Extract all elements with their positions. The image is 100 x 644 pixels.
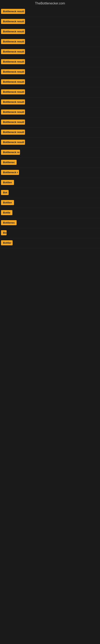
bottleneck-result-badge[interactable]: Bottleneck result [1,9,25,14]
list-item: Bottleneck result [0,37,100,47]
list-item: Bottler [0,238,100,248]
bottleneck-result-badge[interactable]: Bottleneck r [1,170,19,175]
list-item: Bottleneck result [0,128,100,138]
site-title-bar: TheBottlenecker.com [0,0,100,7]
list-item: Bo [0,228,100,238]
list-item: Bottleneck result [0,118,100,128]
list-item: Bottle [0,208,100,218]
list-item: Bottleneck result [0,98,100,108]
site-title: TheBottlenecker.com [0,0,100,7]
list-item: Bottlenec [0,218,100,228]
bottleneck-result-badge[interactable]: Bottleneck result [1,69,25,74]
list-item: Bottleneck result [0,7,100,17]
bottleneck-result-badge[interactable]: Bottleneck result [1,29,25,34]
list-item: Bottleneck result [0,87,100,98]
list-item: Bottleneck result [0,27,100,37]
rows-container: Bottleneck resultBottleneck resultBottle… [0,7,100,248]
bottleneck-result-badge[interactable]: Bo [1,230,7,235]
bottleneck-result-badge[interactable]: Bottlenec [1,160,17,165]
bottleneck-result-badge[interactable]: Bottleneck result [1,130,25,135]
list-item: Bottleneck result [0,138,100,148]
bottleneck-result-badge[interactable]: Bottleneck re [1,150,20,155]
bottleneck-result-badge[interactable]: Bottleneck result [1,49,25,54]
list-item: Bottleneck r [0,168,100,178]
list-item: Bottleneck result [0,77,100,87]
bottleneck-result-badge[interactable]: Bot [1,190,9,195]
bottleneck-result-badge[interactable]: Bottleneck result [1,100,25,104]
bottleneck-result-badge[interactable]: Bottleneck result [1,140,25,145]
list-item: Bottleneck result [0,57,100,67]
list-item: Bottlen [0,198,100,208]
list-item: Bottlenec [0,158,100,168]
bottleneck-result-badge[interactable]: Bottleneck result [1,19,25,24]
bottleneck-result-badge[interactable]: Bottleneck result [1,39,25,44]
list-item: Bottleneck result [0,67,100,77]
bottleneck-result-badge[interactable]: Bottle [1,210,12,215]
list-item: Bottleneck result [0,17,100,27]
bottleneck-result-badge[interactable]: Bottlenec [1,220,17,225]
bottleneck-result-badge[interactable]: Bottleneck result [1,89,25,94]
bottleneck-result-badge[interactable]: Bottleneck result [1,110,25,114]
bottleneck-result-badge[interactable]: Bottler [1,240,13,245]
bottleneck-result-badge[interactable]: Bottleneck result [1,79,25,84]
list-item: Bot [0,188,100,198]
bottleneck-result-badge[interactable]: Bottleneck result [1,59,25,64]
list-item: Bottlen [0,178,100,188]
bottleneck-result-badge[interactable]: Bottlen [1,180,14,185]
list-item: Bottleneck result [0,108,100,118]
list-item: Bottleneck re [0,148,100,158]
bottleneck-result-badge[interactable]: Bottlen [1,200,14,205]
bottleneck-result-badge[interactable]: Bottleneck result [1,120,25,124]
list-item: Bottleneck result [0,47,100,57]
